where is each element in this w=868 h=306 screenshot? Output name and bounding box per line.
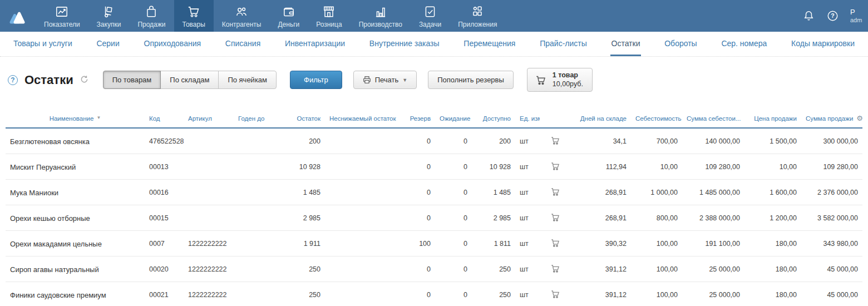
cell-price-sum: 109 280,00 (801, 154, 862, 180)
cell-awaiting: 0 (435, 180, 472, 205)
filter-button[interactable]: Фильтр (290, 71, 342, 89)
cell-price: 180,00 (744, 282, 801, 306)
col-header-stock[interactable]: Остаток (274, 111, 325, 128)
cell-stock: 2 985 (274, 205, 325, 231)
view-by-cells-button[interactable]: По ячейкам (218, 71, 277, 89)
col-header-price-sum[interactable]: Сумма продажи⚙▼ (801, 111, 862, 128)
table-row[interactable]: Сироп агавы натуральный00020122222222225… (6, 256, 862, 282)
nav-item-purchases[interactable]: Закупки (88, 0, 130, 32)
table-row[interactable]: Орехи кешью отборные000152 985002 985шт … (6, 205, 862, 231)
tab-inventories[interactable]: Инвентаризации (284, 32, 346, 56)
col-header-days-in-stock[interactable]: Дней на складе (571, 111, 631, 128)
cell-cost: 800,00 (631, 205, 682, 231)
cell-article: 1222222222 (184, 231, 234, 256)
tab-writeoffs[interactable]: Списания (224, 32, 262, 56)
col-header-reserve[interactable]: Резерв (403, 111, 435, 128)
tab-transfers[interactable]: Перемещения (462, 32, 516, 56)
row-add-to-cart-button[interactable] (540, 282, 571, 306)
cell-article (184, 205, 234, 231)
tab-serial-numbers[interactable]: Сер. номера (720, 32, 768, 56)
column-settings-gear-icon[interactable]: ⚙ (856, 114, 862, 122)
tab-marking-codes[interactable]: Коды маркировки (790, 32, 856, 56)
cell-cost: 100,00 (631, 231, 682, 256)
col-header-price[interactable]: Цена продажи (744, 111, 801, 128)
col-header-code[interactable]: Код (145, 111, 184, 128)
col-header-article[interactable]: Артикул (184, 111, 234, 128)
tab-stock-in[interactable]: Оприходования (143, 32, 203, 56)
replenish-reserves-button[interactable]: Пополнить резервы (428, 71, 514, 89)
col-header-expiry[interactable]: Годен до (234, 111, 274, 128)
nav-item-label: Продажи (137, 21, 165, 28)
moysklad-logo[interactable] (0, 0, 36, 32)
nav-item-retail[interactable]: Розница (308, 0, 350, 32)
sort-desc-icon: ▼ (96, 115, 101, 120)
table-row[interactable]: Орехи макадамия цельные000712222222221 9… (6, 231, 862, 256)
col-header-unit[interactable]: Ед. изм. (515, 111, 540, 128)
view-by-warehouses-button[interactable]: По складам (160, 71, 219, 89)
wallet-icon (282, 4, 296, 19)
cell-min-stock (325, 231, 403, 256)
col-header-awaiting[interactable]: Ожидание (435, 111, 472, 128)
cell-expiry (234, 231, 274, 256)
nav-item-indicators[interactable]: Показатели (36, 0, 88, 32)
row-add-to-cart-button[interactable] (540, 205, 571, 231)
col-header-min-stock[interactable]: Неснижаемый остаток (325, 111, 403, 128)
nav-item-goods[interactable]: Товары (174, 0, 214, 32)
row-add-to-cart-button[interactable] (540, 154, 571, 180)
cell-article: 1222222222 (184, 256, 234, 282)
help-button[interactable]: ? (826, 9, 839, 22)
tab-turnovers[interactable]: Обороты (663, 32, 698, 56)
row-add-to-cart-button[interactable] (540, 128, 571, 154)
col-header-name[interactable]: Наименование▼ (6, 111, 145, 128)
refresh-icon (80, 75, 88, 83)
cell-stock: 250 (274, 282, 325, 306)
cart-icon (550, 186, 561, 197)
nav-item-money[interactable]: Деньги (269, 0, 308, 32)
cell-reserve: 0 (403, 282, 435, 306)
tab-products-services[interactable]: Товары и услуги (12, 32, 73, 56)
tab-price-lists[interactable]: Прайс-листы (539, 32, 588, 56)
print-button[interactable]: Печать ▼ (353, 71, 417, 89)
cell-price-sum: 2 376 000,00 (801, 180, 862, 205)
user-account[interactable]: P adm (850, 8, 868, 24)
tab-series[interactable]: Серии (95, 32, 120, 56)
col-header-cost-sum[interactable]: Сумма себестои... (682, 111, 744, 128)
cell-awaiting: 0 (435, 205, 472, 231)
table-row[interactable]: Безглютеновая овсянка47652252820000200шт… (6, 128, 862, 154)
nav-item-tasks[interactable]: Задачи (411, 0, 450, 32)
cart-icon (550, 161, 561, 171)
nav-item-counterparties[interactable]: Контрагенты (214, 0, 270, 32)
cell-expiry (234, 205, 274, 231)
nav-item-apps[interactable]: Приложения (450, 0, 505, 32)
row-add-to-cart-button[interactable] (540, 180, 571, 205)
table-row[interactable]: Финики саудовские премиум000211222222222… (6, 282, 862, 306)
tab-stock[interactable]: Остатки (610, 32, 642, 56)
notifications-bell-button[interactable] (802, 9, 815, 22)
cell-available: 1 485 (472, 180, 515, 205)
cell-min-stock (325, 128, 403, 154)
table-row[interactable]: Мискит Перуанский0001310 9280010 928шт 1… (6, 154, 862, 180)
selection-cart-button[interactable]: 1 товар 10,00руб. (527, 68, 593, 92)
row-add-to-cart-button[interactable] (540, 256, 571, 282)
nav-item-label: Деньги (278, 21, 299, 28)
cell-awaiting: 0 (435, 256, 472, 282)
cell-stock: 1 485 (274, 180, 325, 205)
nav-item-production[interactable]: Производство (351, 0, 411, 32)
people-icon (234, 4, 249, 19)
col-header-available[interactable]: Доступно (472, 111, 515, 128)
page-title: Остатки (24, 73, 73, 87)
cell-unit: шт (515, 231, 540, 256)
row-add-to-cart-button[interactable] (540, 231, 571, 256)
nav-item-sales[interactable]: Продажи (129, 0, 174, 32)
tab-internal-orders[interactable]: Внутренние заказы (368, 32, 441, 56)
table-header-row: Наименование▼ Код Артикул Годен до Остат… (6, 111, 862, 128)
cell-days-in-stock: 34,1 (571, 128, 631, 154)
view-by-products-button[interactable]: По товарам (103, 71, 161, 89)
cell-reserve: 0 (403, 128, 435, 154)
refresh-button[interactable] (78, 75, 91, 85)
table-row[interactable]: Мука Маниоки000161 485001 485шт 268,911 … (6, 180, 862, 205)
page-help-icon[interactable]: ? (8, 75, 18, 85)
topbar-right: ? P adm (802, 0, 868, 32)
cell-reserve: 0 (403, 205, 435, 231)
col-header-cost[interactable]: Себестоимость (631, 111, 682, 128)
